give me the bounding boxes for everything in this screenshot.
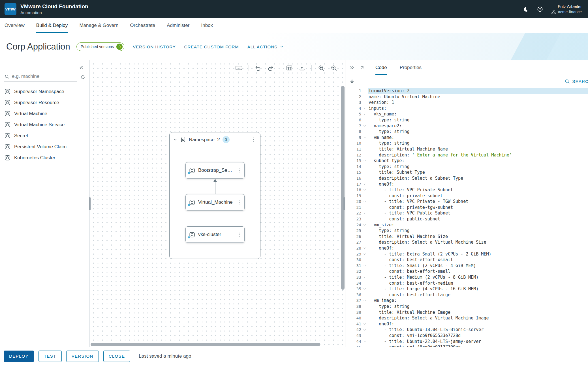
fold-caret-icon[interactable]: [361, 264, 368, 267]
code-line[interactable]: 27 description: Select a Virtual Machine…: [345, 239, 588, 245]
code-line[interactable]: 21 const: private-tgw-subnet: [345, 205, 588, 211]
code-line[interactable]: 5 vks_name:: [345, 111, 588, 117]
published-versions-badge[interactable]: Published versions 0: [76, 42, 125, 51]
fold-caret-icon[interactable]: [361, 328, 368, 332]
code-line[interactable]: 17 oneOf:: [345, 181, 588, 187]
code-line[interactable]: 18 - title: VPC Private Subnet: [345, 187, 588, 193]
vmware-logo[interactable]: vmw: [5, 3, 16, 15]
canvas-h-scrollbar[interactable]: [91, 343, 340, 346]
code-line[interactable]: 45 const: vmi-46ce0da02137700ae: [345, 344, 588, 347]
code-editor[interactable]: 1formatVersion: 22name: Ubuntu Virtual M…: [345, 87, 588, 347]
zoom-in-icon[interactable]: [318, 65, 324, 71]
fold-caret-icon[interactable]: [361, 276, 368, 279]
grid-view-icon[interactable]: [286, 65, 293, 71]
fold-caret-icon[interactable]: [361, 124, 368, 128]
palette-item-persistent-volume-claim[interactable]: Persistent Volume Claim: [0, 141, 89, 152]
palette-item-secret[interactable]: Secret: [0, 130, 89, 141]
tab-manage-govern[interactable]: Manage & Govern: [79, 18, 118, 33]
code-line[interactable]: 3version: 1: [345, 100, 588, 106]
tab-orchestrate[interactable]: Orchestrate: [130, 18, 155, 33]
collapse-group-icon[interactable]: [173, 138, 178, 142]
code-line[interactable]: 35 - title: Large (4 vCPUs - 16 GiB MEM): [345, 286, 588, 292]
connector-dot[interactable]: [188, 204, 190, 206]
action-version-history[interactable]: VERSION HISTORY: [133, 44, 176, 49]
tab-overview[interactable]: Overview: [5, 18, 25, 33]
code-line[interactable]: 31 - title: Small (2 vCPUs - 4 GiB MEM): [345, 263, 588, 269]
code-line[interactable]: 28 oneOf:: [345, 245, 588, 251]
code-line[interactable]: 20 - title: VPC Private - TGW Subnet: [345, 199, 588, 205]
code-line[interactable]: 43 const: vmi-1cb9f065533e7728d: [345, 333, 588, 339]
code-line[interactable]: 2name: Ubuntu Virtual Machine: [345, 94, 588, 100]
canvas-v-scrollbar[interactable]: [341, 86, 345, 341]
fold-caret-icon[interactable]: [361, 188, 368, 192]
code-line[interactable]: 22 - title: VPC Public Subnet: [345, 210, 588, 216]
palette-item-virtual-machine-service[interactable]: Virtual Machine Service: [0, 119, 89, 130]
right-splitter-handle[interactable]: [343, 197, 345, 210]
code-line[interactable]: 30 const: best-effort-xsmall: [345, 257, 588, 263]
left-splitter-handle[interactable]: [89, 197, 91, 210]
refresh-icon[interactable]: [80, 74, 85, 80]
kebab-menu-icon[interactable]: [236, 168, 242, 173]
palette-item-supervisor-resource[interactable]: Supervisor Resource: [0, 97, 89, 108]
code-line[interactable]: 38 type: string: [345, 304, 588, 310]
fold-caret-icon[interactable]: [361, 299, 368, 302]
user-menu[interactable]: Fritz Arbeiter acme-finance: [551, 4, 582, 14]
code-line[interactable]: 24 vm_size:: [345, 222, 588, 228]
kebab-menu-icon[interactable]: [251, 137, 257, 143]
group-node-namespace-2[interactable]: Namespace_2 3 Bootstrap_Sec...Virtual_Ma…: [169, 132, 260, 259]
fold-caret-icon[interactable]: [361, 287, 368, 291]
palette-search-input[interactable]: [12, 74, 76, 79]
code-line[interactable]: 41 oneOf:: [345, 321, 588, 327]
kebab-menu-icon[interactable]: [236, 232, 242, 238]
node-vks-cluster[interactable]: vks-cluster: [185, 226, 245, 243]
open-diagonal-icon[interactable]: [359, 65, 365, 70]
code-line[interactable]: 37 vm_image:: [345, 298, 588, 304]
fold-caret-icon[interactable]: [361, 212, 368, 215]
connector-dot[interactable]: [188, 172, 190, 174]
fold-caret-icon[interactable]: [361, 107, 368, 110]
undo-icon[interactable]: [255, 65, 261, 71]
resize-editor-icon[interactable]: [349, 79, 355, 84]
fold-caret-icon[interactable]: [361, 340, 368, 343]
code-line[interactable]: 40 description: Select a Virtual Machine…: [345, 315, 588, 321]
help-icon[interactable]: [537, 6, 543, 12]
fold-caret-icon[interactable]: [361, 246, 368, 250]
code-line[interactable]: 10 type: string: [345, 140, 588, 146]
fold-caret-icon[interactable]: [361, 113, 368, 116]
fold-caret-icon[interactable]: [361, 136, 368, 139]
code-line[interactable]: 19 const: private-subnet: [345, 193, 588, 199]
code-line[interactable]: 12 description: ' Enter a name for the V…: [345, 152, 588, 158]
fold-caret-icon[interactable]: [361, 252, 368, 256]
connector-dot[interactable]: [188, 236, 190, 239]
close-button[interactable]: CLOSE: [103, 351, 131, 362]
tab-administer[interactable]: Administer: [167, 18, 189, 33]
code-line[interactable]: 8 type: string: [345, 129, 588, 135]
fold-caret-icon[interactable]: [361, 182, 368, 186]
code-line[interactable]: 9 vm_name:: [345, 135, 588, 141]
zoom-out-icon[interactable]: [330, 65, 337, 71]
code-line[interactable]: 6 type: string: [345, 117, 588, 123]
code-line[interactable]: 33 - title: Medium (2 vCPUs - 8 GiB MEM): [345, 274, 588, 280]
code-line[interactable]: 44 - title: Ubuntu-22.04-LTS-jammy-serve…: [345, 339, 588, 345]
code-line[interactable]: 26 title: Virtual Machine Size: [345, 234, 588, 240]
panel-tab-properties[interactable]: Properties: [400, 60, 422, 75]
double-chevron-right-icon[interactable]: [349, 65, 355, 70]
test-button[interactable]: TEST: [39, 351, 62, 362]
code-line[interactable]: 7 namespace2:: [345, 123, 588, 129]
code-line[interactable]: 32 const: best-effort-small: [345, 269, 588, 274]
node-virtual-machine[interactable]: Virtual_Machine: [185, 194, 245, 211]
code-line[interactable]: 39 title: Virtual Machine Image: [345, 310, 588, 315]
keyboard-shortcuts-icon[interactable]: [235, 64, 243, 72]
code-line[interactable]: 34 const: best-effort-medium: [345, 280, 588, 286]
design-canvas[interactable]: Namespace_2 3 Bootstrap_Sec...Virtual_Ma…: [90, 60, 345, 347]
panel-tab-code[interactable]: Code: [375, 60, 387, 75]
h-scroll-thumb[interactable]: [91, 343, 320, 346]
code-line[interactable]: 23 const: public-subnet: [345, 216, 588, 222]
code-line[interactable]: 25 type: string: [345, 228, 588, 234]
code-line[interactable]: 1formatVersion: 2: [345, 88, 588, 94]
code-line[interactable]: 4inputs:: [345, 106, 588, 111]
code-line[interactable]: 16 description: Select a Subnet Type: [345, 175, 588, 181]
tab-build-deploy[interactable]: Build & Deploy: [36, 18, 68, 33]
moon-icon[interactable]: [522, 6, 529, 12]
code-line[interactable]: 13 subnet_type:: [345, 158, 588, 164]
